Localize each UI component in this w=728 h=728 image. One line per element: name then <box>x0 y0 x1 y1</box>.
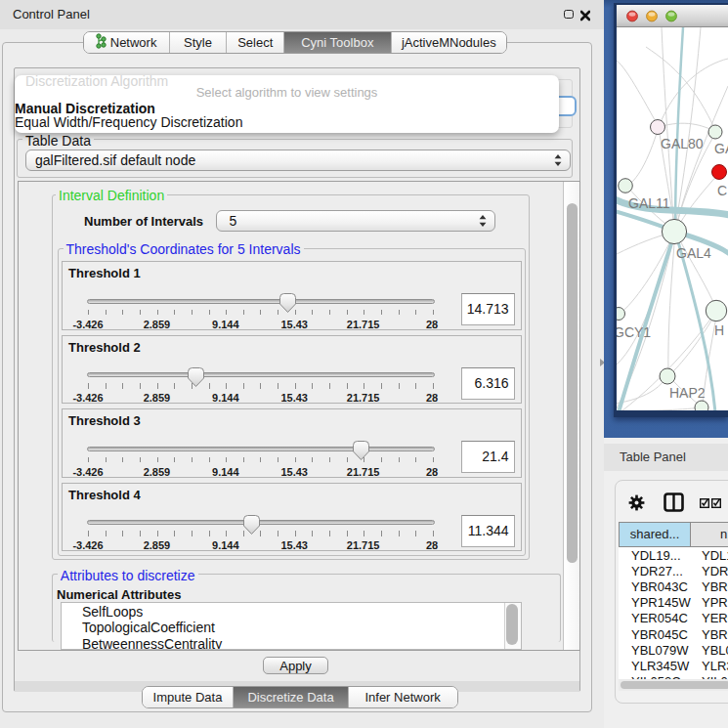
svg-text:H: H <box>714 322 724 338</box>
svg-text:C: C <box>717 183 727 198</box>
svg-text:GAL11: GAL11 <box>628 195 670 211</box>
svg-text:GAL4: GAL4 <box>676 245 711 261</box>
svg-text:GAL80: GAL80 <box>661 136 704 151</box>
svg-text:HAP2: HAP2 <box>669 385 706 401</box>
svg-text:GCY1: GCY1 <box>617 324 651 340</box>
svg-text:GA: GA <box>714 141 728 156</box>
